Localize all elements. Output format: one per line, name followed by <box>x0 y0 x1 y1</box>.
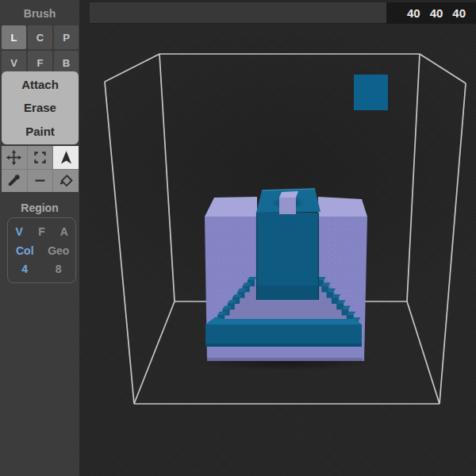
brush-type-center[interactable]: C <box>28 25 52 49</box>
brush-type-line[interactable]: L <box>2 25 26 49</box>
line-icon <box>32 172 48 189</box>
region-panel-title: Region <box>0 202 79 214</box>
small-cube-front <box>279 198 296 214</box>
wire-bottom-left <box>134 301 175 404</box>
region-all[interactable]: A <box>53 225 75 238</box>
brush-type-grid: L C P V F B <box>2 25 79 75</box>
edit-mode-panel: Attach Erase Paint <box>2 71 79 144</box>
region-row-2: Col Geo <box>8 244 75 257</box>
tower-front-shade <box>256 286 319 300</box>
region-color[interactable]: Col <box>8 244 42 257</box>
wire-top-right <box>420 54 466 83</box>
purple-block-right-top <box>318 197 367 217</box>
mode-erase[interactable]: Erase <box>2 98 79 118</box>
tool-cursor[interactable] <box>53 146 79 169</box>
mode-paint[interactable]: Paint <box>2 121 79 142</box>
region-row-3: 4 8 <box>8 263 75 275</box>
tool-line[interactable] <box>28 170 53 193</box>
wire-front-right-vertical <box>440 83 466 404</box>
region-face[interactable]: F <box>30 225 52 238</box>
base-bottom-shade <box>207 358 363 361</box>
eyedropper-icon <box>6 172 22 189</box>
mode-attach[interactable]: Attach <box>2 75 79 95</box>
purple-block-left-top <box>205 197 257 217</box>
rim-top <box>205 319 362 324</box>
tool-eyedropper[interactable] <box>2 170 27 193</box>
small-cube-top <box>279 191 298 198</box>
brush-panel-title: Brush <box>0 7 79 20</box>
region-panel: V F A Col Geo 4 8 <box>7 217 76 283</box>
tool-fill[interactable] <box>53 170 79 193</box>
sidebar: Brush L C P V F B Attach Erase Paint <box>0 0 79 476</box>
region-connect-4[interactable]: 4 <box>8 263 42 275</box>
rim-front <box>205 324 362 347</box>
color-swatch <box>354 75 388 110</box>
wire-front-left-vertical <box>105 82 134 404</box>
wire-back-left-vertical <box>159 54 175 301</box>
region-voxel[interactable]: V <box>8 225 30 238</box>
brush-type-pattern[interactable]: P <box>54 25 79 49</box>
voxel-model[interactable] <box>197 189 374 370</box>
tools-grid <box>2 146 79 192</box>
marquee-icon <box>32 149 48 166</box>
tool-move[interactable] <box>2 146 27 169</box>
region-connect-8[interactable]: 8 <box>42 263 76 275</box>
fill-icon <box>58 172 75 189</box>
move-icon <box>6 149 22 166</box>
rim-front-shade <box>205 344 362 347</box>
region-geometry[interactable]: Geo <box>42 244 76 257</box>
wire-top-left <box>105 54 159 82</box>
tool-marquee[interactable] <box>28 146 53 169</box>
wire-bottom-right <box>407 301 440 404</box>
app-window: 40 40 40 <box>0 0 476 476</box>
region-row-1: V F A <box>8 225 75 238</box>
wire-back-right-vertical <box>407 54 420 301</box>
cursor-icon <box>58 149 75 166</box>
